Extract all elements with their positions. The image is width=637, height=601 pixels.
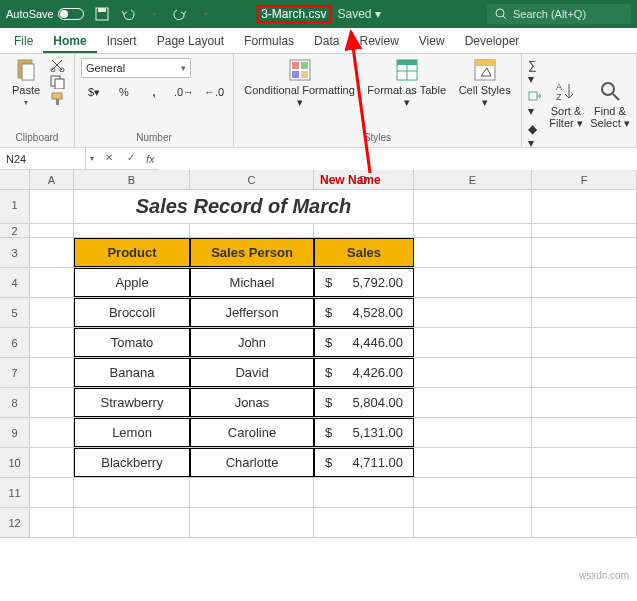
paste-button[interactable]: Paste ▾: [6, 58, 46, 107]
search-input[interactable]: [513, 8, 623, 20]
accounting-format-button[interactable]: $▾: [81, 82, 107, 102]
copy-icon[interactable]: [50, 75, 68, 89]
format-as-table-icon: [395, 58, 419, 82]
table-row: 4AppleMichael$5,792.00: [0, 268, 637, 298]
col-header[interactable]: B: [74, 170, 190, 189]
qat-customize-icon[interactable]: ▾: [198, 6, 214, 22]
search-box[interactable]: [487, 4, 631, 24]
cell-person[interactable]: David: [190, 358, 314, 387]
cell-product[interactable]: Banana: [74, 358, 190, 387]
formula-bar-row: N24 ▾ ✕ ✓ fx: [0, 148, 637, 170]
number-format-select[interactable]: General: [81, 58, 191, 78]
cell-styles-button[interactable]: Cell Styles ▾: [454, 58, 515, 109]
tab-file[interactable]: File: [4, 28, 43, 53]
cell-person[interactable]: Michael: [190, 268, 314, 297]
row-header[interactable]: 8: [0, 388, 30, 417]
fx-icon[interactable]: fx: [146, 153, 155, 165]
find-select-button[interactable]: Find & Select ▾: [590, 79, 630, 130]
cell-person[interactable]: Charlotte: [190, 448, 314, 477]
cell-person[interactable]: Jefferson: [190, 298, 314, 327]
autosum-button[interactable]: ∑ ▾: [528, 58, 542, 86]
cell-sales[interactable]: $5,792.00: [314, 268, 414, 297]
clear-button[interactable]: ◆ ▾: [528, 122, 542, 150]
tab-data[interactable]: Data: [304, 28, 349, 53]
undo-icon[interactable]: [120, 6, 136, 22]
format-as-table-button[interactable]: Format as Table ▾: [363, 58, 450, 109]
row-header[interactable]: 12: [0, 508, 30, 537]
tab-review[interactable]: Review: [349, 28, 408, 53]
cut-icon[interactable]: [50, 58, 68, 72]
svg-rect-10: [52, 93, 62, 99]
redo-icon[interactable]: [172, 6, 188, 22]
svg-rect-11: [56, 99, 59, 105]
row-header[interactable]: 9: [0, 418, 30, 447]
cell-product[interactable]: Lemon: [74, 418, 190, 447]
cell-product[interactable]: Broccoli: [74, 298, 190, 327]
percent-format-button[interactable]: %: [111, 82, 137, 102]
sheet-title[interactable]: Sales Record of March: [74, 190, 414, 223]
sort-filter-button[interactable]: AZ Sort & Filter ▾: [546, 79, 586, 130]
cell-sales[interactable]: $4,446.00: [314, 328, 414, 357]
cell-person[interactable]: Jonas: [190, 388, 314, 417]
cell-product[interactable]: Tomato: [74, 328, 190, 357]
col-header[interactable]: C: [190, 170, 314, 189]
row-header[interactable]: 3: [0, 238, 30, 267]
tab-formulas[interactable]: Formulas: [234, 28, 304, 53]
name-box[interactable]: N24: [0, 148, 86, 170]
fill-button[interactable]: ▾: [528, 90, 542, 118]
cell-person[interactable]: John: [190, 328, 314, 357]
cell-sales[interactable]: $4,528.00: [314, 298, 414, 327]
tab-view[interactable]: View: [409, 28, 455, 53]
tab-developer[interactable]: Developer: [455, 28, 530, 53]
row-header[interactable]: 6: [0, 328, 30, 357]
undo-dropdown-icon[interactable]: ▾: [146, 6, 162, 22]
select-all-triangle[interactable]: [0, 170, 30, 189]
enter-formula-icon[interactable]: ✓: [124, 152, 138, 166]
autosave-toggle[interactable]: AutoSave: [6, 8, 84, 20]
header-sales[interactable]: Sales: [314, 238, 414, 267]
row-header[interactable]: 10: [0, 448, 30, 477]
col-header[interactable]: A: [30, 170, 74, 189]
cell-person[interactable]: Caroline: [190, 418, 314, 447]
cell-product[interactable]: Blackberry: [74, 448, 190, 477]
row-header[interactable]: 7: [0, 358, 30, 387]
col-header[interactable]: E: [414, 170, 532, 189]
group-clipboard: Paste ▾ Clipboard: [0, 54, 75, 147]
saved-status[interactable]: Saved ▾: [337, 7, 380, 21]
ribbon: Paste ▾ Clipboard General $▾ % , .0→ ←.0…: [0, 54, 637, 148]
conditional-formatting-button[interactable]: Conditional Formatting ▾: [240, 58, 359, 109]
comma-format-button[interactable]: ,: [141, 82, 167, 102]
paste-icon: [14, 58, 38, 82]
row-header[interactable]: 4: [0, 268, 30, 297]
cell-sales[interactable]: $5,804.00: [314, 388, 414, 417]
format-painter-icon[interactable]: [50, 92, 68, 106]
tab-page-layout[interactable]: Page Layout: [147, 28, 234, 53]
spreadsheet: A B C D E F 1 Sales Record of March 2 3 …: [0, 170, 637, 538]
row-header[interactable]: 1: [0, 190, 30, 223]
row-header[interactable]: 5: [0, 298, 30, 327]
fat-label: Format as Table ▾: [363, 84, 450, 109]
formula-bar[interactable]: [159, 148, 637, 170]
decrease-decimal-button[interactable]: ←.0: [201, 82, 227, 102]
header-person[interactable]: Sales Person: [190, 238, 314, 267]
col-header[interactable]: F: [532, 170, 637, 189]
row-header[interactable]: 2: [0, 224, 30, 237]
table-row: 6TomatoJohn$4,446.00: [0, 328, 637, 358]
toggle-off-icon[interactable]: [58, 8, 84, 20]
name-box-dropdown-icon[interactable]: ▾: [86, 154, 98, 163]
increase-decimal-button[interactable]: .0→: [171, 82, 197, 102]
cancel-formula-icon[interactable]: ✕: [102, 152, 116, 166]
cell-product[interactable]: Strawberry: [74, 388, 190, 417]
cell-sales[interactable]: $4,711.00: [314, 448, 414, 477]
header-product[interactable]: Product: [74, 238, 190, 267]
row-header[interactable]: 11: [0, 478, 30, 507]
svg-rect-5: [22, 64, 34, 80]
tab-home[interactable]: Home: [43, 28, 96, 53]
cell-sales[interactable]: $4,426.00: [314, 358, 414, 387]
tab-insert[interactable]: Insert: [97, 28, 147, 53]
save-icon[interactable]: [94, 6, 110, 22]
cell-sales[interactable]: $5,131.00: [314, 418, 414, 447]
svg-rect-22: [475, 60, 495, 66]
find-select-icon: [598, 79, 622, 103]
cell-product[interactable]: Apple: [74, 268, 190, 297]
